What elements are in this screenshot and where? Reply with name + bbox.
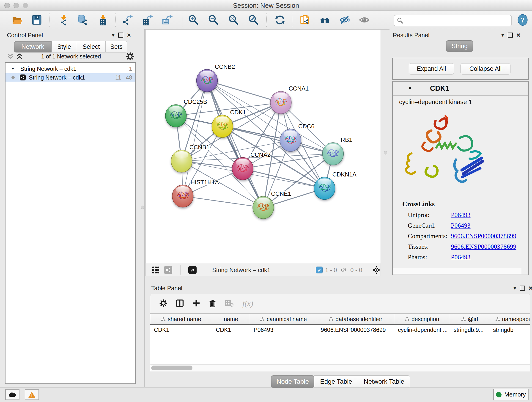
results-panel-title: Results Panel	[393, 32, 429, 39]
string-import-button[interactable]	[299, 14, 311, 26]
tab-network[interactable]: Network	[14, 41, 51, 52]
left-splitter-handle[interactable]	[141, 206, 144, 209]
warnings-button[interactable]	[25, 389, 39, 400]
delete-table-button[interactable]	[225, 300, 234, 308]
card-scrollbar-track[interactable]	[393, 268, 521, 274]
grid-view-button[interactable]	[152, 266, 159, 274]
zoom-in-button[interactable]	[187, 14, 199, 26]
protein-card-header[interactable]: ▼ CDK1	[393, 82, 528, 96]
scrollbar-thumb[interactable]	[151, 366, 192, 370]
expand-all-button[interactable]: Expand All	[409, 63, 454, 75]
help-button[interactable]: ?	[517, 14, 529, 26]
expand-all-networks-button[interactable]	[16, 53, 23, 60]
open-in-new-window-button[interactable]	[188, 266, 196, 274]
fit-selected-button[interactable]	[372, 266, 381, 274]
tab-network-table[interactable]: Network Table	[358, 375, 410, 388]
tab-string[interactable]: String	[446, 40, 473, 52]
collapse-card-icon[interactable]: ▼	[408, 86, 412, 91]
close-panel-icon[interactable]: ×	[127, 32, 131, 38]
col-canonical-name[interactable]: canonical name	[250, 314, 317, 324]
tree-expand-icon[interactable]: ▼	[11, 66, 15, 71]
show-panels-button[interactable]	[358, 14, 370, 26]
cell-description[interactable]: cyclin-dependent ...	[394, 325, 450, 335]
cell-id[interactable]: stringdb:9...	[450, 325, 489, 335]
crosslink-compartments-link[interactable]: 9606.ENSP00000378699	[451, 232, 516, 240]
network-node[interactable]: CCNB1	[171, 144, 210, 172]
network-node[interactable]: CCNA1	[270, 85, 309, 114]
network-canvas[interactable]: CCNB2CCNA1CDC25BCDK1CDC6RB1CCNB1CCNA2CDK…	[146, 29, 381, 263]
collapse-all-button[interactable]: Collapse All	[461, 63, 510, 75]
network-node[interactable]: CDK1	[212, 109, 246, 138]
hide-panels-button[interactable]	[339, 14, 351, 26]
col-shared-name[interactable]: shared name	[150, 314, 212, 324]
network-collection-row[interactable]: ▼ String Network – cdk1 1	[6, 65, 135, 73]
search-field[interactable]	[394, 15, 512, 26]
network-row-selected[interactable]: String Network – cdk1 11 48	[6, 73, 135, 82]
close-panel-icon[interactable]: ×	[516, 32, 520, 38]
memory-button[interactable]: Memory	[493, 389, 529, 400]
network-node[interactable]: CCNE1	[253, 191, 291, 219]
tab-select[interactable]: Select	[77, 41, 106, 52]
zoom-out-button[interactable]	[207, 14, 219, 26]
tab-edge-table[interactable]: Edge Table	[314, 375, 358, 388]
refresh-button[interactable]	[274, 14, 286, 26]
home-layouts-button[interactable]	[319, 14, 331, 26]
col-description[interactable]: description	[394, 314, 450, 324]
cell-name[interactable]: CDK1	[212, 325, 250, 335]
collapse-all-networks-button[interactable]	[7, 53, 14, 60]
crosslink-uniprot-link[interactable]: P06493	[451, 211, 471, 219]
cell-shared-name[interactable]: CDK1	[150, 325, 212, 335]
float-panel-icon[interactable]	[520, 286, 525, 291]
table-row[interactable]: CDK1 CDK1 P06493 9606.ENSP00000378699 cy…	[150, 325, 530, 335]
cell-database-identifier[interactable]: 9606.ENSP00000378699	[317, 325, 394, 335]
show-columns-button[interactable]	[176, 299, 184, 308]
crosslink-pharos-link[interactable]: P06493	[451, 254, 471, 261]
panel-menu-icon[interactable]: ▾	[112, 32, 114, 38]
function-builder-button[interactable]: f(x)	[242, 299, 253, 308]
network-graph[interactable]: CCNB2CCNA1CDC25BCDK1CDC6RB1CCNB1CCNA2CDK…	[146, 30, 380, 263]
float-panel-icon[interactable]	[118, 32, 123, 38]
zoom-selected-button[interactable]	[247, 14, 259, 26]
panel-menu-icon[interactable]: ▾	[513, 285, 516, 291]
table-settings-button[interactable]	[159, 299, 167, 308]
tab-node-table[interactable]: Node Table	[271, 375, 314, 388]
cell-canonical-name[interactable]: P06493	[250, 325, 317, 335]
fit-content-button[interactable]	[228, 14, 239, 26]
right-splitter-handle[interactable]	[384, 151, 387, 154]
toolbar-separator	[49, 13, 50, 27]
import-table-button[interactable]	[97, 14, 109, 26]
network-share-view-button[interactable]	[164, 266, 172, 274]
selected-nodes-checkbox[interactable]	[316, 267, 323, 274]
export-network-button[interactable]	[122, 14, 134, 26]
col-name[interactable]: name	[212, 314, 250, 324]
panel-menu-icon[interactable]: ▾	[501, 32, 504, 38]
table-horizontal-scrollbar[interactable]	[150, 364, 530, 371]
open-session-button[interactable]	[11, 14, 23, 26]
cell-namespace[interactable]: stringdb	[489, 325, 530, 335]
col-namespace[interactable]: namespace	[489, 314, 530, 324]
network-row-label: String Network – cdk1	[29, 74, 85, 81]
search-input[interactable]	[405, 17, 511, 24]
close-panel-icon[interactable]: ×	[529, 285, 532, 292]
float-panel-icon[interactable]	[508, 32, 513, 38]
col-id[interactable]: @id	[450, 314, 489, 324]
tab-sets[interactable]: Sets	[105, 41, 127, 52]
create-column-button[interactable]	[192, 299, 200, 308]
tab-style[interactable]: Style	[51, 41, 77, 52]
network-node[interactable]: CDKN1A	[314, 171, 357, 200]
node-label: CCNA2	[250, 152, 271, 158]
col-database-identifier[interactable]: database identifier	[317, 314, 394, 324]
network-node[interactable]: RB1	[322, 137, 352, 165]
cloud-status-button[interactable]	[5, 389, 19, 400]
crosslink-tissues-link[interactable]: 9606.ENSP00000378699	[451, 243, 516, 250]
export-table-button[interactable]	[142, 14, 154, 26]
crosslink-genecard-link[interactable]: P06493	[451, 222, 471, 229]
network-options-button[interactable]	[126, 52, 134, 61]
network-node[interactable]: CDC6	[280, 123, 314, 152]
network-node[interactable]: HIST1H1A	[172, 179, 219, 207]
import-network-from-database-button[interactable]	[76, 14, 89, 26]
export-image-button[interactable]	[162, 14, 174, 26]
delete-column-button[interactable]	[209, 299, 216, 308]
save-session-button[interactable]	[31, 14, 43, 26]
import-network-button[interactable]	[58, 14, 70, 26]
